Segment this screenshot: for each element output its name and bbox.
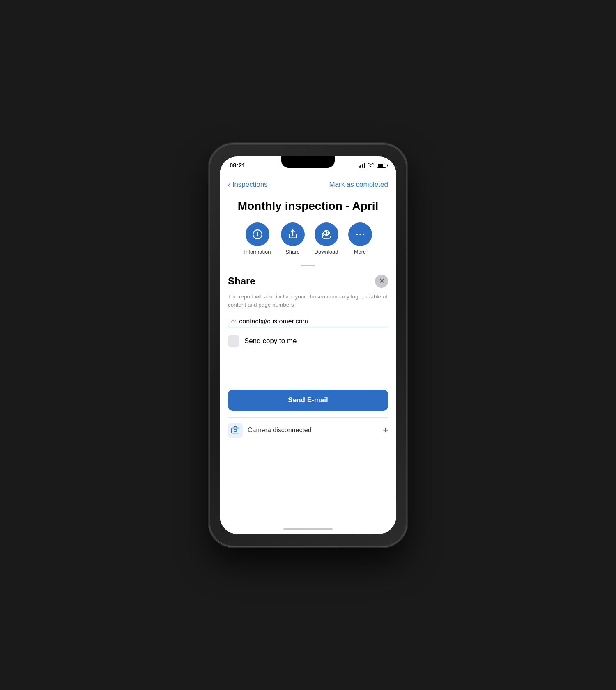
page-title-section: Monthly inspection - April: [220, 195, 396, 220]
download-icon: [321, 229, 332, 240]
more-button[interactable]: More: [348, 222, 372, 255]
svg-point-9: [234, 429, 237, 431]
sheet-spacer: [228, 357, 388, 390]
page-title: Monthly inspection - April: [228, 199, 388, 213]
notch: [281, 156, 335, 168]
sheet-handle-area: [220, 261, 396, 268]
svg-point-5: [356, 234, 357, 235]
back-arrow-icon: ‹: [228, 180, 231, 189]
close-icon: ✕: [379, 278, 384, 284]
email-input[interactable]: [239, 318, 388, 325]
share-label: Share: [285, 249, 300, 255]
signal-icon: [359, 163, 365, 168]
copy-to-me-label: Send copy to me: [244, 337, 297, 345]
information-label: Information: [244, 249, 271, 255]
phone-wrapper: 08:21: [201, 130, 415, 561]
phone-frame: 08:21: [209, 144, 407, 546]
home-indicator: [283, 528, 333, 530]
bottom-handle-area: [220, 526, 396, 534]
sheet-content: Share ✕ The report will also include you…: [220, 268, 396, 525]
share-sheet: Share ✕ The report will also include you…: [220, 261, 396, 534]
share-button[interactable]: Share: [281, 222, 305, 255]
svg-point-2: [257, 232, 258, 233]
share-icon: [287, 229, 298, 240]
copy-to-me-row: Send copy to me: [228, 335, 388, 347]
sheet-drag-handle: [301, 265, 315, 266]
camera-label: Camera disconnected: [248, 426, 312, 434]
sheet-description: The report will also include your chosen…: [228, 293, 388, 309]
close-sheet-button[interactable]: ✕: [375, 275, 388, 288]
to-label: To:: [228, 318, 237, 325]
back-label: Inspections: [232, 181, 268, 189]
svg-rect-8: [232, 428, 239, 433]
information-icon: [252, 229, 263, 240]
more-icon-circle: [348, 222, 372, 246]
wifi-icon: [368, 162, 374, 168]
information-icon-circle: [246, 222, 269, 246]
camera-icon: [231, 426, 240, 435]
camera-add-button[interactable]: +: [383, 425, 388, 436]
more-icon: [355, 229, 365, 240]
to-field-row: To:: [228, 318, 388, 327]
nav-bar: ‹ Inspections Mark as completed: [220, 174, 396, 195]
action-buttons-row: Information Share: [220, 219, 396, 261]
mark-completed-button[interactable]: Mark as completed: [329, 181, 388, 189]
download-label: Download: [315, 249, 338, 255]
camera-left: Camera disconnected: [228, 423, 312, 438]
more-label: More: [354, 249, 366, 255]
sheet-title: Share: [228, 275, 255, 287]
camera-icon-wrap: [228, 423, 243, 438]
download-icon-circle: [315, 222, 338, 246]
information-button[interactable]: Information: [244, 222, 271, 255]
status-bar: 08:21: [220, 156, 396, 174]
send-email-button[interactable]: Send E-mail: [228, 390, 388, 411]
status-icons: [359, 162, 387, 168]
svg-point-6: [359, 234, 361, 235]
phone-screen: 08:21: [220, 156, 396, 534]
download-button[interactable]: Download: [315, 222, 338, 255]
share-icon-circle: [281, 222, 305, 246]
back-button[interactable]: ‹ Inspections: [228, 180, 268, 189]
copy-to-me-checkbox[interactable]: [228, 335, 239, 347]
battery-icon: [377, 163, 386, 168]
svg-point-7: [362, 234, 363, 235]
sheet-header: Share ✕: [228, 275, 388, 288]
camera-row: Camera disconnected +: [228, 417, 388, 442]
status-time: 08:21: [230, 162, 245, 169]
